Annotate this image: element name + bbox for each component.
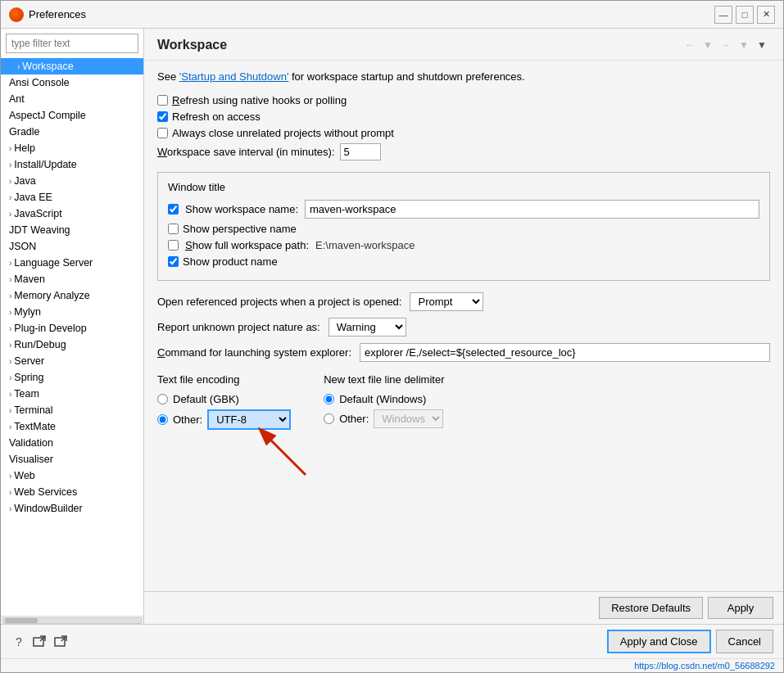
sidebar-item[interactable]: ›Spring	[1, 369, 143, 386]
tree-item-label: Plug-in Develop	[14, 323, 86, 334]
open-referenced-select[interactable]: Prompt Always Never	[410, 292, 483, 311]
tree-item-label: Help	[14, 142, 35, 154]
show-product-label: Show product name	[183, 255, 278, 268]
newline-default-radio[interactable]	[324, 394, 334, 404]
restore-defaults-button[interactable]: Restore Defaults	[599, 597, 703, 619]
workspace-name-input[interactable]	[305, 200, 759, 219]
tree-arrow-icon: ›	[9, 422, 11, 431]
sidebar-item[interactable]: Validation	[1, 435, 143, 451]
encoding-dropdown-wrapper: UTF-8 GBK ISO-8859-1 UTF-16	[207, 409, 291, 430]
sidebar-item[interactable]: Ant	[1, 91, 143, 107]
filter-input[interactable]	[6, 34, 138, 53]
help-icon[interactable]: ?	[11, 634, 27, 650]
sidebar-item[interactable]: ›Plug-in Develop	[1, 320, 143, 336]
sidebar-item[interactable]: ›Help	[1, 140, 143, 156]
tree-arrow-icon: ›	[9, 357, 11, 366]
tree-item-label: Install/Update	[14, 159, 76, 170]
cancel-button[interactable]: Cancel	[716, 630, 773, 653]
startup-link[interactable]: 'Startup and Shutdown'	[179, 70, 289, 83]
tree-item-label: Web	[14, 470, 34, 481]
minimize-button[interactable]: —	[714, 6, 732, 24]
back-button[interactable]: ←	[682, 37, 698, 53]
export-icon[interactable]	[32, 634, 48, 650]
startup-description: See 'Startup and Shutdown' for workspace…	[157, 70, 770, 83]
sidebar-item[interactable]: Ansi Console	[1, 75, 143, 91]
main-panel: Workspace ← ▼ → ▼ ▼ See 'Startup and Shu…	[144, 29, 783, 624]
tree-arrow-icon: ›	[9, 488, 11, 497]
show-workspace-checkbox[interactable]	[168, 204, 179, 215]
sidebar-item[interactable]: ›Terminal	[1, 402, 143, 418]
sidebar: ›WorkspaceAnsi ConsoleAntAspectJ Compile…	[1, 29, 144, 624]
show-fullpath-checkbox[interactable]	[168, 240, 179, 251]
dialog-bottom: ? Apply and Close Cancel	[1, 624, 783, 658]
bottom-right-buttons: Apply and Close Cancel	[607, 630, 773, 653]
tree-item-label: Spring	[14, 372, 43, 383]
sidebar-item[interactable]: ›Web Services	[1, 484, 143, 500]
sidebar-item[interactable]: JSON	[1, 238, 143, 255]
sidebar-item[interactable]: ›Language Server	[1, 255, 143, 271]
newline-other-radio[interactable]	[324, 413, 334, 424]
sidebar-item[interactable]: JDT Weaving	[1, 222, 143, 238]
refresh-access-checkbox[interactable]	[157, 111, 168, 122]
encoding-default-radio[interactable]	[157, 394, 168, 404]
sidebar-item[interactable]: Visualiser	[1, 451, 143, 467]
sidebar-item[interactable]: ›Mylyn	[1, 304, 143, 320]
tree-item-label: Memory Analyze	[14, 290, 89, 301]
interval-input[interactable]	[340, 143, 381, 160]
sidebar-item[interactable]: Gradle	[1, 124, 143, 140]
always-close-checkbox[interactable]	[157, 128, 168, 138]
sidebar-item[interactable]: ›WindowBuilder	[1, 500, 143, 517]
show-product-checkbox[interactable]	[168, 256, 179, 267]
interval-label: Workspace save interval (in minutes):	[157, 146, 335, 158]
command-input[interactable]	[360, 343, 770, 362]
apply-button[interactable]: Apply	[708, 597, 773, 619]
startup-text-prefix: See	[157, 70, 179, 83]
show-full-path-row: Show full workspace path: E:\maven-works…	[168, 239, 759, 251]
sidebar-item[interactable]: ›JavaScript	[1, 206, 143, 222]
sidebar-item[interactable]: ›Memory Analyze	[1, 287, 143, 304]
show-workspace-label: Show workspace name:	[185, 203, 298, 215]
encoding-select[interactable]: UTF-8 GBK ISO-8859-1 UTF-16	[207, 409, 291, 430]
sidebar-item[interactable]: ›Run/Debug	[1, 336, 143, 353]
import-icon[interactable]	[53, 634, 70, 650]
sidebar-item[interactable]: ›Server	[1, 353, 143, 369]
tree-item-label: Gradle	[9, 126, 40, 138]
tree-arrow-icon: ›	[9, 210, 11, 219]
sidebar-item[interactable]: ›Workspace	[1, 58, 143, 75]
tree-arrow-icon: ›	[9, 275, 11, 284]
bottom-bar: Restore Defaults Apply	[144, 591, 783, 624]
forward-dropdown[interactable]: ▼	[736, 37, 752, 53]
tree-item-label: Maven	[14, 273, 45, 285]
sidebar-item[interactable]: ›Maven	[1, 271, 143, 287]
close-button[interactable]: ✕	[757, 6, 775, 24]
sidebar-item[interactable]: ›Install/Update	[1, 156, 143, 173]
tree-item-label: Team	[14, 388, 39, 400]
newline-select[interactable]: Windows Unix Mac	[374, 409, 443, 428]
apply-and-close-button[interactable]: Apply and Close	[607, 630, 711, 653]
tree-item-label: Ansi Console	[9, 77, 70, 88]
window-title-group: Window title Show workspace name: Show p…	[157, 172, 770, 281]
refresh-native-checkbox[interactable]	[157, 95, 168, 106]
nav-arrows: ← ▼ → ▼ ▼	[682, 37, 770, 53]
show-perspective-checkbox[interactable]	[168, 224, 179, 234]
sidebar-item[interactable]: ›Web	[1, 467, 143, 484]
sidebar-item[interactable]: ›Java EE	[1, 189, 143, 206]
tree-item-label: Run/Debug	[14, 339, 66, 350]
sidebar-item[interactable]: ›Java	[1, 173, 143, 189]
open-referenced-label: Open referenced projects when a project …	[157, 296, 401, 308]
maximize-button[interactable]: □	[736, 6, 754, 24]
forward-button[interactable]: →	[718, 37, 734, 53]
tree-item-label: AspectJ Compile	[9, 110, 86, 121]
report-unknown-select[interactable]: Warning Error Ignore	[329, 318, 406, 336]
sidebar-hscroll[interactable]	[1, 616, 143, 624]
back-dropdown[interactable]: ▼	[700, 37, 716, 53]
sidebar-item[interactable]: ›Team	[1, 386, 143, 402]
report-unknown-label: Report unknown project nature as:	[157, 321, 320, 333]
sidebar-item[interactable]: AspectJ Compile	[1, 107, 143, 124]
menu-button[interactable]: ▼	[754, 37, 770, 53]
encoding-other-radio[interactable]	[157, 414, 168, 425]
sidebar-item[interactable]: ›TextMate	[1, 418, 143, 435]
refresh-access-label: Refresh on access	[172, 111, 261, 123]
svg-line-1	[265, 434, 306, 475]
tree-item-label: Terminal	[14, 404, 52, 416]
